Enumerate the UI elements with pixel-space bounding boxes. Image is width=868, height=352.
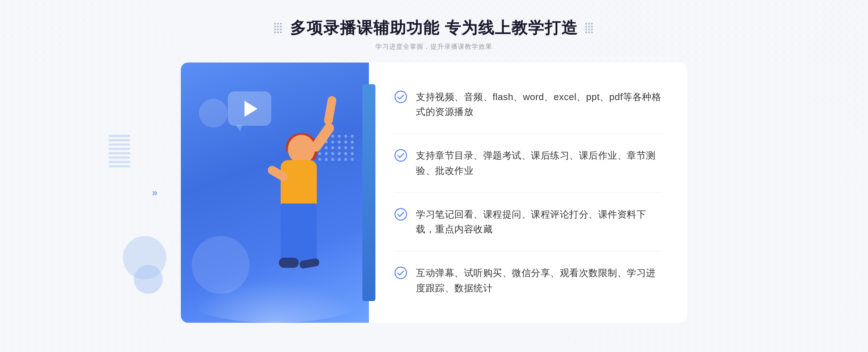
accent-bar [362,84,375,301]
stripe-decoration [109,135,130,178]
stripe-2 [109,139,130,141]
arm-right-lower [323,95,337,125]
feature-item-4: 互动弹幕、试听购买、微信分享、观看次数限制、学习进度跟踪、数据统计 [394,262,662,299]
feature-item-1: 支持视频、音频、flash、word、excel、ppt、pdf等各种格式的资源… [394,86,662,123]
stripe-8 [109,165,130,167]
divider-1 [394,134,662,134]
feature-text-1: 支持视频、音频、flash、word、excel、ppt、pdf等各种格式的资源… [416,90,662,120]
deco-large-circle [192,236,250,294]
feature-text-2: 支持章节目录、弹题考试、课后练习、课后作业、章节测验、批改作业 [416,148,662,178]
play-icon [244,101,258,117]
check-icon-2 [394,149,407,162]
decorative-circles [123,236,166,294]
pants [281,203,317,261]
svg-point-2 [395,209,407,220]
arm-right-upper [309,121,336,154]
check-icon-1 [394,90,407,103]
stripe-1 [109,135,130,137]
feature-text-3: 学习笔记回看、课程提问、课程评论打分、课件资料下载，重点内容收藏 [416,207,662,237]
stripe-7 [109,161,130,163]
feature-item-2: 支持章节目录、弹题考试、课后练习、课后作业、章节测验、批改作业 [394,145,662,182]
deco-circle-small [134,265,163,294]
svg-point-3 [395,267,407,279]
stripe-5 [109,152,130,154]
chevron-left-icon: » [152,188,158,198]
head [288,135,315,164]
divider-3 [394,251,662,252]
deco-small-circle [199,99,228,128]
illustration-panel [181,63,369,323]
stripe-4 [109,148,130,150]
header-section: 多项录播课辅助功能 专为线上教学打造 学习进度全掌握，提升录播课教学效果 [274,17,594,51]
feature-text-4: 互动弹幕、试听购买、微信分享、观看次数限制、学习进度跟踪、数据统计 [416,266,662,296]
left-chevrons: » [152,188,158,198]
right-dot-grid-icon [585,23,594,33]
check-icon-4 [394,266,407,279]
page-title: 多项录播课辅助功能 专为线上教学打造 [290,17,578,39]
page-subtitle: 学习进度全掌握，提升录播课教学效果 [274,42,594,51]
features-panel: 支持视频、音频、flash、word、excel、ppt、pdf等各种格式的资源… [369,63,687,323]
content-area: » [181,63,687,323]
stripe-6 [109,156,130,159]
divider-2 [394,192,662,193]
left-dot-grid-icon [274,23,283,33]
play-bubble [228,91,271,126]
stripe-3 [109,143,130,146]
svg-point-0 [395,91,407,103]
person-illustration [244,135,346,323]
svg-point-1 [395,150,407,161]
title-row: 多项录播课辅助功能 专为线上教学打造 [274,17,594,39]
body [281,160,317,207]
feature-item-3: 学习笔记回看、课程提问、课程评论打分、课件资料下载，重点内容收藏 [394,203,662,241]
page-wrapper: 多项录播课辅助功能 专为线上教学打造 学习进度全掌握，提升录播课教学效果 » [0,0,868,352]
shoe-left [279,258,299,268]
check-icon-3 [394,208,407,221]
